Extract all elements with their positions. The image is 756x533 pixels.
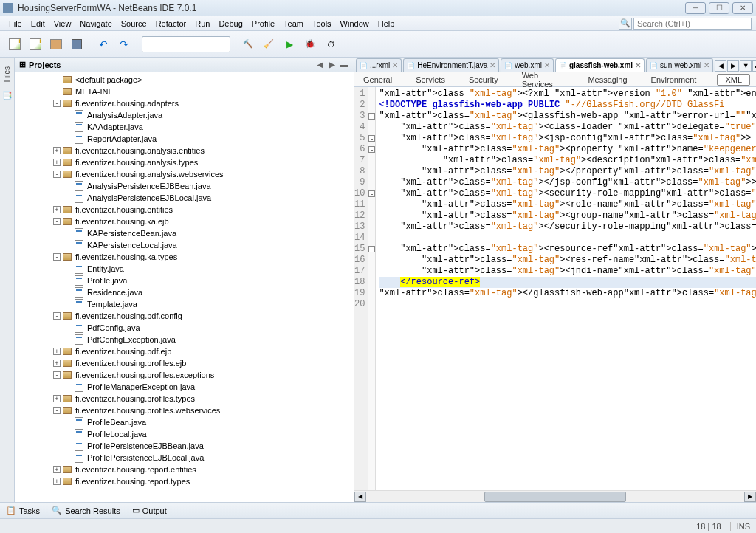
package-node[interactable]: -fi.eventizer.housing.ka.types xyxy=(15,251,354,263)
menu-help[interactable]: Help xyxy=(374,18,399,30)
tab-close-icon[interactable]: ✕ xyxy=(704,61,709,69)
menu-navigate[interactable]: Navigate xyxy=(75,18,116,30)
file-node[interactable]: ProfileManagerException.java xyxy=(15,381,354,393)
tree-toggle[interactable]: - xyxy=(53,100,61,107)
package-node[interactable]: +fi.eventizer.housing.pdf.ejb xyxy=(15,345,354,357)
file-node[interactable]: AnalysisPersistenceEJBBean.java xyxy=(15,180,354,192)
file-node[interactable]: ProfileBean.java xyxy=(15,416,354,428)
file-node[interactable]: Profile.java xyxy=(15,275,354,286)
code-area[interactable]: 1234567891011121314151617181920 - -- - -… xyxy=(354,87,756,490)
undo-button[interactable]: ↶ xyxy=(94,35,112,53)
file-node[interactable]: AnalysisAdapter.java xyxy=(15,109,354,121)
output-tab[interactable]: ▭Output xyxy=(132,506,167,515)
tree-toggle[interactable]: + xyxy=(53,159,61,166)
search-input[interactable] xyxy=(633,18,752,30)
file-node[interactable]: KAPersistenceLocal.java xyxy=(15,239,354,251)
tree-toggle[interactable]: - xyxy=(53,218,61,225)
save-all-button[interactable] xyxy=(68,35,86,53)
code-content[interactable]: "xml-attr">class="xml-tag"><?xml "xml-at… xyxy=(376,87,756,490)
projects-tree[interactable]: <default package>META-INF-fi.eventizer.h… xyxy=(15,72,354,502)
projects-minimize[interactable]: ▬ xyxy=(339,60,349,70)
new-project-button[interactable] xyxy=(27,35,44,53)
file-node[interactable]: ReportAdapter.java xyxy=(15,133,354,145)
tree-toggle[interactable]: - xyxy=(53,171,61,178)
package-node[interactable]: META-INF xyxy=(15,86,354,97)
search-icon[interactable]: 🔍 xyxy=(619,18,632,30)
menu-team[interactable]: Team xyxy=(279,18,308,30)
tree-toggle[interactable]: - xyxy=(53,407,61,414)
editor-subtab[interactable]: Environment xyxy=(648,74,700,86)
file-node[interactable]: KAAdapter.java xyxy=(15,121,354,133)
menu-run[interactable]: Run xyxy=(190,18,214,30)
tree-toggle[interactable]: - xyxy=(53,312,61,320)
tree-toggle[interactable]: + xyxy=(53,466,61,473)
menu-window[interactable]: Window xyxy=(336,18,374,30)
editor-subtab[interactable]: Servlets xyxy=(413,74,448,86)
new-file-button[interactable] xyxy=(6,35,24,53)
package-node[interactable]: +fi.eventizer.housing.report.types xyxy=(15,475,354,487)
tree-toggle[interactable]: + xyxy=(53,147,61,154)
file-node[interactable]: Entity.java xyxy=(15,263,354,275)
tree-toggle[interactable]: - xyxy=(53,253,61,261)
tree-toggle[interactable]: + xyxy=(53,478,61,485)
editor-tab[interactable]: 📄HeEnvironmentT.java✕ xyxy=(403,58,499,72)
editor-tab[interactable]: 📄...rxml✕ xyxy=(356,58,402,72)
menu-debug[interactable]: Debug xyxy=(214,18,247,30)
package-node[interactable]: -fi.eventizer.housing.profiles.webservic… xyxy=(15,405,354,416)
close-button[interactable]: ✕ xyxy=(732,2,753,14)
package-node[interactable]: +fi.eventizer.housing.profiles.types xyxy=(15,393,354,405)
debug-button[interactable]: 🐞 xyxy=(301,35,319,53)
maximize-button[interactable]: ☐ xyxy=(709,2,729,14)
package-node[interactable]: <default package> xyxy=(15,74,354,86)
tab-nav-max[interactable]: ▬ xyxy=(752,60,756,72)
projects-scroll-left[interactable]: ◀ xyxy=(315,60,326,70)
file-node[interactable]: Template.java xyxy=(15,298,354,310)
tree-toggle[interactable]: + xyxy=(53,395,61,402)
file-node[interactable]: PdfConfig.java xyxy=(15,322,354,334)
tree-toggle[interactable]: + xyxy=(53,348,61,355)
tab-close-icon[interactable]: ✕ xyxy=(544,61,550,69)
editor-tab[interactable]: 📄glassfish-web.xml✕ xyxy=(555,58,645,72)
package-node[interactable]: +fi.eventizer.housing.report.entities xyxy=(15,464,354,475)
package-node[interactable]: +fi.eventizer.housing.analysis.entities xyxy=(15,145,354,157)
editor-tab[interactable]: 📄sun-web.xml✕ xyxy=(646,58,713,72)
file-node[interactable]: PdfConfigException.java xyxy=(15,334,354,345)
editor-subtab[interactable]: Security xyxy=(466,74,501,86)
file-node[interactable]: ProfilePersistenceEJBLocal.java xyxy=(15,452,354,464)
package-node[interactable]: +fi.eventizer.housing.entities xyxy=(15,204,354,216)
menu-view[interactable]: View xyxy=(49,18,76,30)
package-node[interactable]: -fi.eventizer.housing.analysis.webservic… xyxy=(15,168,354,180)
menu-tools[interactable]: Tools xyxy=(308,18,336,30)
run-button[interactable]: ▶ xyxy=(281,35,298,53)
tab-nav-list[interactable]: ▼ xyxy=(740,60,752,72)
horizontal-scrollbar[interactable]: ◀ ▶ xyxy=(354,490,756,502)
menu-edit[interactable]: Edit xyxy=(27,18,49,30)
projects-scroll-right[interactable]: ▶ xyxy=(327,60,337,70)
scroll-right-button[interactable]: ▶ xyxy=(744,492,756,502)
editor-subtab[interactable]: XML xyxy=(717,74,750,86)
file-node[interactable]: Residence.java xyxy=(15,286,354,298)
tab-close-icon[interactable]: ✕ xyxy=(489,61,495,69)
editor-subtab[interactable]: General xyxy=(360,74,395,86)
menu-file[interactable]: File xyxy=(4,18,27,30)
editor-subtab[interactable]: Messaging xyxy=(585,74,630,86)
sidebar-services-icon[interactable]: 📑 xyxy=(2,91,13,100)
redo-button[interactable]: ↷ xyxy=(115,35,133,53)
file-node[interactable]: KAPersistenceBean.java xyxy=(15,227,354,239)
file-node[interactable]: ProfilePersistenceEJBBean.java xyxy=(15,440,354,452)
build-button[interactable]: 🔨 xyxy=(239,35,257,53)
tree-toggle[interactable]: + xyxy=(53,206,61,213)
open-button[interactable] xyxy=(47,35,65,53)
profile-button[interactable]: ⏱ xyxy=(322,35,340,53)
scroll-thumb[interactable] xyxy=(484,492,626,502)
package-node[interactable]: +fi.eventizer.housing.profiles.ejb xyxy=(15,357,354,369)
tree-toggle[interactable]: + xyxy=(53,360,61,367)
tasks-tab[interactable]: 📋Tasks xyxy=(6,506,40,515)
package-node[interactable]: -fi.eventizer.housing.pdf.config xyxy=(15,310,354,322)
tab-nav-right[interactable]: ▶ xyxy=(727,60,739,72)
tab-nav-left[interactable]: ◀ xyxy=(715,60,726,72)
tab-close-icon[interactable]: ✕ xyxy=(392,61,398,69)
package-node[interactable]: +fi.eventizer.housing.analysis.types xyxy=(15,157,354,168)
sidebar-tab-files[interactable]: Files xyxy=(1,61,13,88)
tab-close-icon[interactable]: ✕ xyxy=(635,61,641,69)
